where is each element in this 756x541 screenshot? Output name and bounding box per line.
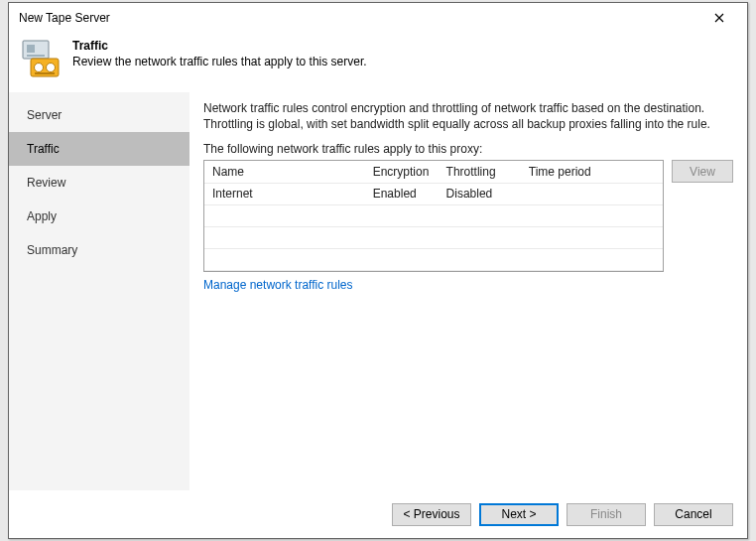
col-encryption: Encryption: [365, 161, 439, 183]
wizard-sidebar: Server Traffic Review Apply Summary: [9, 92, 189, 490]
sidebar-item-apply[interactable]: Apply: [9, 200, 189, 233]
sidebar-item-summary[interactable]: Summary: [9, 233, 189, 267]
cell-time-period: [521, 183, 663, 204]
view-button[interactable]: View: [672, 160, 733, 183]
col-time-period: Time period: [521, 161, 663, 183]
cell-throttling: Disabled: [439, 183, 521, 204]
table-row-empty: [204, 226, 663, 248]
wizard-header: Traffic Review the network traffic rules…: [9, 33, 747, 92]
table-row-empty: [204, 204, 663, 226]
manage-rules-link[interactable]: Manage network traffic rules: [203, 278, 353, 292]
previous-button[interactable]: < Previous: [392, 503, 471, 526]
finish-button[interactable]: Finish: [567, 503, 646, 526]
rules-grid[interactable]: Name Encryption Throttling Time period I…: [203, 160, 664, 272]
page-subtitle: Review the network traffic rules that ap…: [72, 55, 367, 68]
sidebar-item-server[interactable]: Server: [9, 98, 189, 132]
titlebar: New Tape Server: [9, 3, 747, 33]
table-row[interactable]: Internet Enabled Disabled: [204, 183, 663, 204]
close-button[interactable]: [699, 4, 739, 32]
next-button[interactable]: Next >: [479, 503, 559, 526]
col-throttling: Throttling: [439, 161, 521, 183]
sidebar-item-label: Traffic: [27, 142, 60, 156]
sidebar-item-traffic[interactable]: Traffic: [9, 132, 189, 166]
sidebar-item-label: Summary: [27, 243, 77, 257]
sidebar-item-label: Server: [27, 108, 62, 122]
page-title: Traffic: [72, 39, 367, 53]
sidebar-item-review[interactable]: Review: [9, 166, 189, 200]
svg-point-4: [35, 64, 44, 72]
svg-rect-6: [35, 72, 55, 74]
window-title: New Tape Server: [19, 11, 110, 25]
cell-encryption: Enabled: [365, 183, 439, 204]
svg-rect-1: [27, 45, 35, 53]
col-name: Name: [204, 161, 365, 183]
table-header-row: Name Encryption Throttling Time period: [204, 161, 663, 183]
sidebar-item-label: Review: [27, 176, 65, 190]
header-text: Traffic Review the network traffic rules…: [72, 39, 367, 68]
side-buttons: View: [672, 160, 733, 272]
table-caption: The following network traffic rules appl…: [203, 142, 733, 156]
table-row-empty: [204, 248, 663, 270]
description-text: Network traffic rules control encryption…: [203, 100, 733, 132]
close-icon: [714, 10, 724, 26]
svg-point-5: [47, 64, 56, 72]
rules-table-row: Name Encryption Throttling Time period I…: [203, 160, 733, 272]
wizard-footer: < Previous Next > Finish Cancel: [9, 490, 747, 538]
svg-rect-2: [27, 55, 45, 57]
tape-server-icon: [21, 39, 61, 78]
cell-name: Internet: [204, 183, 365, 204]
sidebar-item-label: Apply: [27, 209, 57, 223]
wizard-main: Network traffic rules control encryption…: [189, 92, 747, 490]
cancel-button[interactable]: Cancel: [654, 503, 733, 526]
wizard-body: Server Traffic Review Apply Summary Netw…: [9, 92, 747, 490]
dialog-window: New Tape Server Traffic Review the netwo…: [8, 2, 748, 539]
